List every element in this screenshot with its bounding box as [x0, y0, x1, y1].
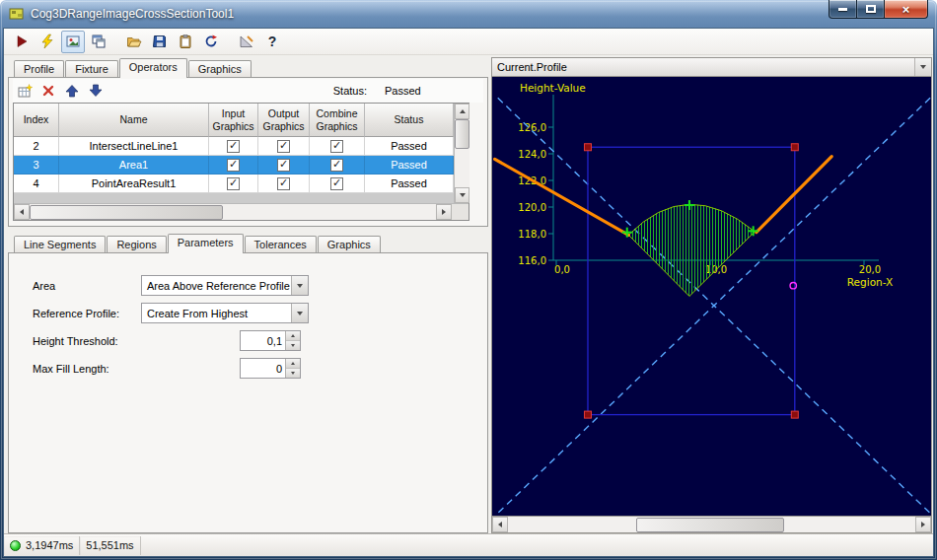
open-file-icon [126, 34, 142, 49]
column-header-status[interactable]: Status [365, 104, 454, 137]
reference-profile-combobox[interactable]: Create From Highest [141, 303, 309, 323]
tab-regions[interactable]: Regions [107, 236, 166, 252]
reset-button[interactable] [199, 31, 223, 53]
chart-horizontal-scrollbar[interactable] [491, 517, 932, 533]
chart-scroll-thumb[interactable] [636, 518, 784, 532]
area-combobox-button[interactable] [291, 276, 308, 295]
measure-button[interactable] [235, 31, 258, 53]
status-value: Passed [385, 85, 454, 97]
height-threshold-field[interactable]: 0,1 [240, 330, 301, 351]
area-combobox-value: Area Above Reference Profile [142, 280, 291, 292]
table-row-selected[interactable]: 3 Area1 Passed [14, 156, 454, 175]
column-header-input-graphics[interactable]: Input Graphics [209, 104, 258, 137]
tab-graphics[interactable]: Graphics [188, 60, 252, 77]
copy-results-button[interactable] [174, 31, 197, 53]
save-file-button[interactable] [148, 31, 172, 53]
left-pane: Profile Fixture Operators Graphics [8, 57, 488, 533]
execution-time: 3,1947ms [26, 539, 73, 551]
spin-up-button[interactable] [286, 331, 300, 340]
scroll-up-button[interactable] [455, 104, 469, 119]
output-graphics-checkbox[interactable] [277, 140, 290, 153]
spin-down-button[interactable] [286, 368, 300, 378]
profile-selector-combobox[interactable]: Current.Profile [491, 57, 932, 77]
input-graphics-checkbox[interactable] [227, 140, 240, 153]
reference-profile-combobox-button[interactable] [291, 304, 308, 322]
scroll-down-button[interactable] [455, 187, 469, 203]
move-down-button[interactable] [86, 81, 106, 101]
profile-display-pane: Current.Profile 126,0124,0122,0120,0118,… [491, 57, 932, 533]
triangle-left-icon [20, 209, 24, 215]
output-graphics-checkbox[interactable] [277, 159, 290, 172]
max-fill-length-spinner [285, 359, 300, 378]
close-button[interactable]: × [884, 0, 928, 19]
table-row[interactable]: 4 PointAreaResult1 Passed [14, 175, 454, 193]
svg-text:?: ? [268, 34, 277, 49]
profile-selector-button[interactable] [914, 58, 931, 76]
area-combobox[interactable]: Area Above Reference Profile [141, 275, 309, 296]
open-file-button[interactable] [122, 31, 146, 53]
cell-name: Area1 [59, 156, 209, 175]
profile-chart-canvas[interactable]: 126,0124,0122,0120,0118,0116,00,010,020,… [491, 77, 932, 517]
cell-status: Passed [365, 156, 454, 175]
table-horizontal-scrollbar[interactable] [14, 204, 452, 220]
cell-combine-graphics [310, 137, 365, 156]
spin-up-button[interactable] [286, 359, 300, 368]
status-label: Status: [333, 85, 367, 97]
tab-operators[interactable]: Operators [119, 58, 187, 78]
tab-graphics-bottom[interactable]: Graphics [318, 236, 381, 252]
input-graphics-checkbox[interactable] [227, 159, 240, 172]
scroll-left-button[interactable] [492, 517, 508, 532]
max-fill-length-value[interactable]: 0 [241, 359, 285, 378]
cell-name: IntersectLineLine1 [59, 137, 209, 156]
cell-combine-graphics [310, 175, 365, 193]
maximize-icon [866, 5, 876, 13]
input-graphics-checkbox[interactable] [227, 177, 240, 190]
arrow-down-icon [89, 84, 103, 98]
profile-chart[interactable]: 126,0124,0122,0120,0118,0116,00,010,020,… [492, 77, 931, 517]
combine-graphics-checkbox[interactable] [330, 140, 343, 153]
cell-name: PointAreaResult1 [59, 175, 209, 193]
operators-page: Status: Passed Index Name Input Graphics… [8, 77, 488, 227]
float-window-button[interactable] [87, 31, 110, 53]
scroll-right-button[interactable] [915, 517, 931, 532]
move-up-button[interactable] [62, 81, 82, 101]
help-icon: ? [264, 34, 280, 49]
scroll-left-button[interactable] [14, 204, 30, 220]
help-button[interactable]: ? [260, 31, 284, 53]
vertical-scroll-thumb[interactable] [455, 119, 469, 149]
minimize-icon [838, 8, 847, 11]
triangle-up-icon [291, 334, 295, 337]
top-tabstrip: Profile Fixture Operators Graphics [8, 57, 488, 77]
tab-profile[interactable]: Profile [14, 60, 64, 77]
column-header-combine-graphics[interactable]: Combine Graphics [310, 104, 365, 137]
minimize-button[interactable] [829, 0, 857, 19]
tab-fixture[interactable]: Fixture [65, 60, 118, 77]
main-toolbar: ? [4, 29, 933, 55]
max-fill-length-field[interactable]: 0 [240, 358, 301, 379]
height-threshold-value[interactable]: 0,1 [241, 331, 285, 350]
tab-parameters[interactable]: Parameters [168, 234, 244, 253]
column-header-output-graphics[interactable]: Output Graphics [258, 104, 310, 137]
tab-line-segments[interactable]: Line Segments [14, 236, 106, 252]
triangle-right-icon [921, 522, 925, 527]
column-header-index[interactable]: Index [14, 104, 59, 137]
horizontal-scroll-thumb[interactable] [30, 205, 223, 220]
tab-tolerances[interactable]: Tolerances [245, 236, 317, 252]
add-operator-button[interactable] [15, 81, 35, 101]
triangle-down-icon [291, 372, 295, 375]
scroll-right-button[interactable] [436, 204, 452, 220]
table-vertical-scrollbar[interactable] [454, 104, 469, 203]
maximize-button[interactable] [857, 0, 884, 19]
combine-graphics-checkbox[interactable] [330, 159, 343, 172]
column-header-name[interactable]: Name [59, 104, 209, 137]
run-button[interactable] [10, 31, 34, 53]
show-image-button[interactable] [61, 31, 85, 53]
table-row[interactable]: 2 IntersectLineLine1 Passed [14, 137, 454, 156]
titlebar[interactable]: Cog3DRangeImageCrossSectionTool1 × [0, 0, 937, 28]
output-graphics-checkbox[interactable] [277, 177, 290, 190]
combine-graphics-checkbox[interactable] [330, 177, 343, 190]
run-continuous-button[interactable] [36, 31, 59, 53]
spin-down-button[interactable] [286, 340, 300, 350]
measure-icon [239, 34, 254, 49]
delete-operator-button[interactable] [38, 81, 58, 101]
